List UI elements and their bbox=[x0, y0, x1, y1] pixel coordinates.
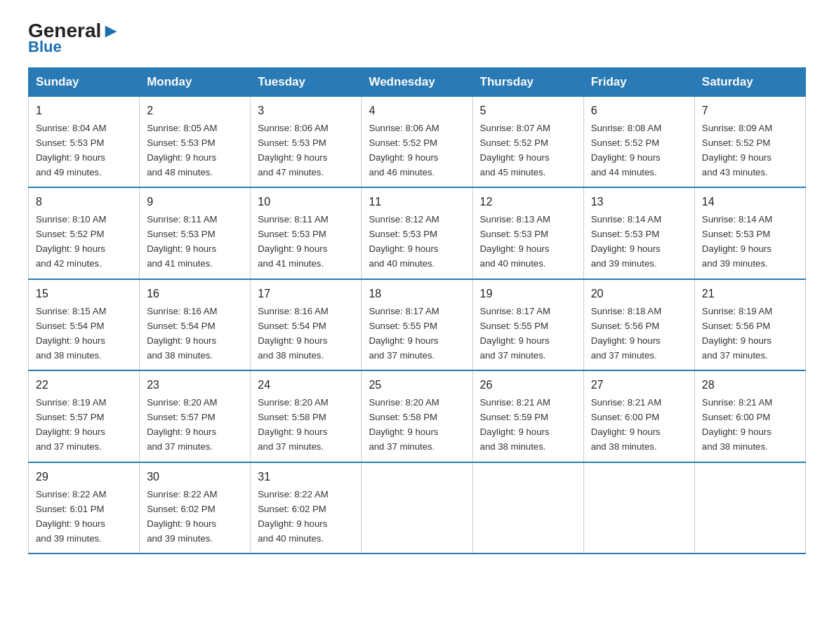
calendar-cell bbox=[694, 462, 805, 554]
day-info: Sunrise: 8:16 AMSunset: 5:54 PMDaylight:… bbox=[147, 306, 217, 361]
calendar-cell: 27Sunrise: 8:21 AMSunset: 6:00 PMDayligh… bbox=[583, 370, 694, 462]
calendar-cell: 15Sunrise: 8:15 AMSunset: 5:54 PMDayligh… bbox=[29, 279, 140, 370]
calendar-cell: 6Sunrise: 8:08 AMSunset: 5:52 PMDaylight… bbox=[583, 97, 694, 188]
day-number: 21 bbox=[702, 286, 798, 303]
day-info: Sunrise: 8:14 AMSunset: 5:53 PMDaylight:… bbox=[702, 214, 772, 269]
day-info: Sunrise: 8:20 AMSunset: 5:58 PMDaylight:… bbox=[258, 397, 328, 452]
day-info: Sunrise: 8:12 AMSunset: 5:53 PMDaylight:… bbox=[369, 214, 439, 269]
calendar-table: SundayMondayTuesdayWednesdayThursdayFrid… bbox=[28, 67, 806, 554]
calendar-cell: 3Sunrise: 8:06 AMSunset: 5:53 PMDaylight… bbox=[251, 97, 362, 188]
calendar-cell: 21Sunrise: 8:19 AMSunset: 5:56 PMDayligh… bbox=[694, 279, 805, 370]
col-header-wednesday: Wednesday bbox=[362, 68, 472, 97]
day-info: Sunrise: 8:11 AMSunset: 5:53 PMDaylight:… bbox=[258, 214, 328, 269]
calendar-cell: 8Sunrise: 8:10 AMSunset: 5:52 PMDaylight… bbox=[29, 187, 140, 279]
day-number: 7 bbox=[702, 102, 798, 120]
logo-blue-text: Blue bbox=[28, 39, 62, 55]
day-number: 31 bbox=[258, 469, 354, 486]
calendar-week-row: 22Sunrise: 8:19 AMSunset: 5:57 PMDayligh… bbox=[29, 370, 806, 462]
calendar-week-row: 8Sunrise: 8:10 AMSunset: 5:52 PMDaylight… bbox=[29, 187, 806, 279]
col-header-sunday: Sunday bbox=[29, 68, 140, 97]
day-number: 11 bbox=[369, 194, 465, 211]
calendar-cell: 11Sunrise: 8:12 AMSunset: 5:53 PMDayligh… bbox=[362, 187, 472, 279]
day-number: 25 bbox=[369, 377, 465, 394]
calendar-cell: 7Sunrise: 8:09 AMSunset: 5:52 PMDaylight… bbox=[694, 97, 805, 188]
logo: General► Blue bbox=[28, 21, 121, 55]
calendar-cell: 31Sunrise: 8:22 AMSunset: 6:02 PMDayligh… bbox=[251, 462, 362, 554]
calendar-cell: 19Sunrise: 8:17 AMSunset: 5:55 PMDayligh… bbox=[472, 279, 583, 370]
day-number: 14 bbox=[702, 194, 798, 211]
day-info: Sunrise: 8:22 AMSunset: 6:02 PMDaylight:… bbox=[258, 489, 328, 544]
calendar-cell: 20Sunrise: 8:18 AMSunset: 5:56 PMDayligh… bbox=[583, 279, 694, 370]
day-number: 6 bbox=[591, 102, 687, 120]
calendar-cell: 28Sunrise: 8:21 AMSunset: 6:00 PMDayligh… bbox=[694, 370, 805, 462]
col-header-saturday: Saturday bbox=[694, 68, 805, 97]
calendar-cell: 22Sunrise: 8:19 AMSunset: 5:57 PMDayligh… bbox=[29, 370, 140, 462]
calendar-cell: 18Sunrise: 8:17 AMSunset: 5:55 PMDayligh… bbox=[362, 279, 472, 370]
calendar-cell: 30Sunrise: 8:22 AMSunset: 6:02 PMDayligh… bbox=[140, 462, 251, 554]
day-info: Sunrise: 8:20 AMSunset: 5:58 PMDaylight:… bbox=[369, 397, 439, 452]
day-info: Sunrise: 8:20 AMSunset: 5:57 PMDaylight:… bbox=[147, 397, 217, 452]
day-number: 5 bbox=[480, 102, 576, 120]
page-header: General► Blue bbox=[28, 21, 806, 55]
col-header-friday: Friday bbox=[583, 68, 694, 97]
calendar-cell: 26Sunrise: 8:21 AMSunset: 5:59 PMDayligh… bbox=[472, 370, 583, 462]
calendar-cell bbox=[472, 462, 583, 554]
calendar-cell: 25Sunrise: 8:20 AMSunset: 5:58 PMDayligh… bbox=[362, 370, 472, 462]
calendar-cell: 29Sunrise: 8:22 AMSunset: 6:01 PMDayligh… bbox=[29, 462, 140, 554]
day-info: Sunrise: 8:11 AMSunset: 5:53 PMDaylight:… bbox=[147, 214, 217, 269]
logo-triangle-icon: ► bbox=[101, 20, 121, 41]
calendar-cell: 10Sunrise: 8:11 AMSunset: 5:53 PMDayligh… bbox=[251, 187, 362, 279]
day-info: Sunrise: 8:13 AMSunset: 5:53 PMDaylight:… bbox=[480, 214, 550, 269]
day-info: Sunrise: 8:16 AMSunset: 5:54 PMDaylight:… bbox=[258, 306, 328, 361]
day-number: 1 bbox=[36, 102, 132, 120]
day-number: 20 bbox=[591, 286, 687, 303]
day-info: Sunrise: 8:17 AMSunset: 5:55 PMDaylight:… bbox=[369, 306, 439, 361]
calendar-cell: 9Sunrise: 8:11 AMSunset: 5:53 PMDaylight… bbox=[140, 187, 251, 279]
day-info: Sunrise: 8:10 AMSunset: 5:52 PMDaylight:… bbox=[36, 214, 106, 269]
day-number: 9 bbox=[147, 194, 243, 211]
day-number: 10 bbox=[258, 194, 354, 211]
day-info: Sunrise: 8:07 AMSunset: 5:52 PMDaylight:… bbox=[480, 123, 550, 177]
calendar-cell: 23Sunrise: 8:20 AMSunset: 5:57 PMDayligh… bbox=[140, 370, 251, 462]
calendar-cell bbox=[362, 462, 472, 554]
day-info: Sunrise: 8:22 AMSunset: 6:02 PMDaylight:… bbox=[147, 489, 217, 544]
day-number: 4 bbox=[369, 102, 465, 120]
day-number: 12 bbox=[480, 194, 576, 211]
day-info: Sunrise: 8:17 AMSunset: 5:55 PMDaylight:… bbox=[480, 306, 550, 361]
calendar-cell: 12Sunrise: 8:13 AMSunset: 5:53 PMDayligh… bbox=[472, 187, 583, 279]
day-info: Sunrise: 8:15 AMSunset: 5:54 PMDaylight:… bbox=[36, 306, 106, 361]
day-number: 15 bbox=[36, 286, 132, 303]
day-info: Sunrise: 8:19 AMSunset: 5:57 PMDaylight:… bbox=[36, 397, 106, 452]
day-info: Sunrise: 8:09 AMSunset: 5:52 PMDaylight:… bbox=[702, 123, 772, 177]
day-number: 24 bbox=[258, 377, 354, 394]
day-info: Sunrise: 8:18 AMSunset: 5:56 PMDaylight:… bbox=[591, 306, 661, 361]
day-number: 8 bbox=[36, 194, 132, 211]
day-info: Sunrise: 8:06 AMSunset: 5:53 PMDaylight:… bbox=[258, 123, 328, 177]
day-number: 19 bbox=[480, 286, 576, 303]
day-info: Sunrise: 8:04 AMSunset: 5:53 PMDaylight:… bbox=[36, 123, 106, 177]
day-number: 2 bbox=[147, 102, 243, 120]
day-number: 30 bbox=[147, 469, 243, 486]
calendar-cell: 5Sunrise: 8:07 AMSunset: 5:52 PMDaylight… bbox=[472, 97, 583, 188]
day-info: Sunrise: 8:21 AMSunset: 6:00 PMDaylight:… bbox=[702, 397, 772, 452]
day-info: Sunrise: 8:05 AMSunset: 5:53 PMDaylight:… bbox=[147, 123, 217, 177]
day-info: Sunrise: 8:19 AMSunset: 5:56 PMDaylight:… bbox=[702, 306, 772, 361]
calendar-header-row: SundayMondayTuesdayWednesdayThursdayFrid… bbox=[29, 68, 806, 97]
day-number: 17 bbox=[258, 286, 354, 303]
calendar-week-row: 15Sunrise: 8:15 AMSunset: 5:54 PMDayligh… bbox=[29, 279, 806, 370]
calendar-cell: 24Sunrise: 8:20 AMSunset: 5:58 PMDayligh… bbox=[251, 370, 362, 462]
calendar-week-row: 29Sunrise: 8:22 AMSunset: 6:01 PMDayligh… bbox=[29, 462, 806, 554]
calendar-cell: 17Sunrise: 8:16 AMSunset: 5:54 PMDayligh… bbox=[251, 279, 362, 370]
day-number: 13 bbox=[591, 194, 687, 211]
calendar-week-row: 1Sunrise: 8:04 AMSunset: 5:53 PMDaylight… bbox=[29, 97, 806, 188]
calendar-cell: 4Sunrise: 8:06 AMSunset: 5:52 PMDaylight… bbox=[362, 97, 472, 188]
calendar-cell: 2Sunrise: 8:05 AMSunset: 5:53 PMDaylight… bbox=[140, 97, 251, 188]
day-number: 18 bbox=[369, 286, 465, 303]
col-header-thursday: Thursday bbox=[472, 68, 583, 97]
col-header-monday: Monday bbox=[140, 68, 251, 97]
day-number: 28 bbox=[702, 377, 798, 394]
day-info: Sunrise: 8:14 AMSunset: 5:53 PMDaylight:… bbox=[591, 214, 661, 269]
calendar-cell bbox=[583, 462, 694, 554]
calendar-cell: 16Sunrise: 8:16 AMSunset: 5:54 PMDayligh… bbox=[140, 279, 251, 370]
day-number: 23 bbox=[147, 377, 243, 394]
